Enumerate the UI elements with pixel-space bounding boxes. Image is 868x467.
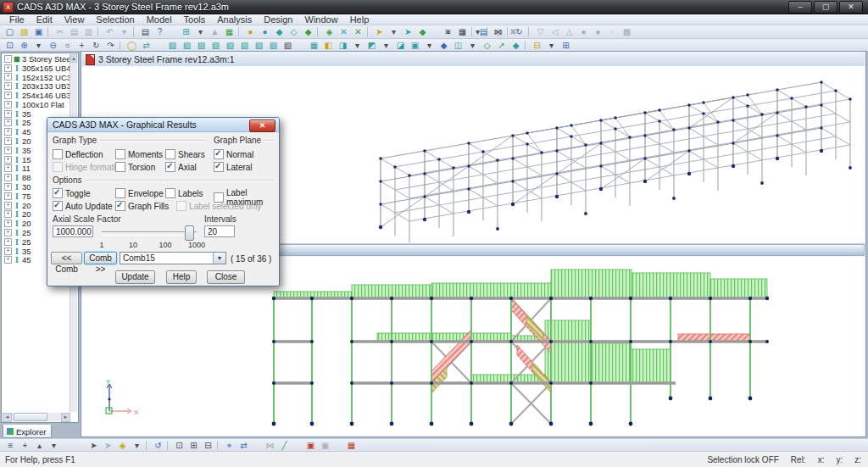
report-icon[interactable]: ▤ xyxy=(476,26,491,37)
render-solid-dropdown-icon[interactable]: ▾ xyxy=(379,40,393,51)
tree-add-icon[interactable]: + xyxy=(18,440,32,451)
render-x-icon[interactable]: ▣ xyxy=(408,40,422,51)
view-cube-bottom-icon[interactable]: ▧ xyxy=(237,40,252,51)
expand-icon[interactable]: + xyxy=(4,92,12,99)
view-cube-right-icon[interactable]: ▧ xyxy=(223,40,237,51)
plate-icon[interactable]: ◆ xyxy=(272,26,287,37)
menu-item[interactable]: Design xyxy=(258,14,298,25)
checkbox-deflection[interactable]: Deflection xyxy=(53,149,103,159)
expand-icon[interactable]: + xyxy=(4,64,12,72)
render-grid-icon[interactable]: ▦ xyxy=(307,40,321,51)
expand-icon[interactable]: + xyxy=(4,164,12,172)
analyse-icon[interactable]: ↻ xyxy=(512,26,526,37)
axial-scale-input[interactable]: 1000.000 xyxy=(53,225,93,237)
render-wire-icon[interactable]: ◨ xyxy=(336,40,350,51)
window-tile-dropdown-icon[interactable]: ▾ xyxy=(544,40,559,51)
menu-item[interactable]: Analysis xyxy=(211,14,258,25)
tree-item[interactable]: + I 100x10 Flat xyxy=(3,100,70,109)
select-pointer-icon[interactable]: ➤ xyxy=(86,440,101,451)
tag3-icon[interactable]: ◆ xyxy=(415,26,430,37)
expand-icon[interactable]: + xyxy=(4,174,12,181)
pan-icon[interactable]: + xyxy=(75,40,89,51)
new-icon[interactable]: ▢ xyxy=(3,26,17,37)
expand-icon[interactable]: + xyxy=(4,128,12,136)
expand-icon[interactable]: + xyxy=(4,192,12,200)
scroll-up-icon[interactable]: ▲ xyxy=(70,54,77,63)
menu-item[interactable]: Selection xyxy=(90,14,140,25)
show-axes-icon[interactable]: ↗ xyxy=(494,40,509,51)
slider-thumb[interactable] xyxy=(185,225,194,241)
help-button[interactable]: Help xyxy=(166,270,197,284)
expand-icon[interactable]: + xyxy=(4,238,12,246)
render-ghost-icon[interactable]: ◪ xyxy=(393,40,408,51)
menu-item[interactable]: File xyxy=(3,14,31,25)
generate-icon[interactable]: ▦ xyxy=(222,26,236,37)
view-cube-back-icon[interactable]: ▧ xyxy=(194,40,209,51)
dialog-title-bar[interactable]: CADS A3D MAX - Graphical Results xyxy=(47,118,279,132)
window-new-icon[interactable]: ⊞ xyxy=(559,40,573,51)
dialog-close-button[interactable]: ✕ xyxy=(249,120,275,132)
result6-icon[interactable]: ▫ xyxy=(605,26,620,37)
render-dropdown-icon[interactable]: ▾ xyxy=(350,40,364,51)
result3-icon[interactable]: △ xyxy=(562,26,576,37)
zoom-extents-icon[interactable]: ○ xyxy=(60,40,75,51)
expand-icon[interactable]: + xyxy=(4,202,12,209)
wind-icon[interactable]: ≋ xyxy=(441,26,455,37)
show-loads-icon[interactable]: ◆ xyxy=(437,40,451,51)
result4-icon[interactable]: ● xyxy=(576,26,591,37)
prism-icon[interactable]: ▲ xyxy=(208,26,222,37)
close-dialog-button[interactable]: Close xyxy=(207,270,245,284)
show-loads2-icon[interactable]: ◫ xyxy=(451,40,465,51)
intervals-input[interactable]: 20 xyxy=(204,225,235,237)
lock-off-icon[interactable]: ▣ xyxy=(318,440,332,451)
show-fills-icon[interactable]: ◆ xyxy=(509,40,523,51)
member-load-icon[interactable]: ◈ xyxy=(322,26,337,37)
checkbox-labels[interactable]: Labels xyxy=(165,188,203,198)
print-icon[interactable]: ▤ xyxy=(138,26,153,37)
view-cube-sw-icon[interactable]: ▧ xyxy=(266,40,281,51)
expand-icon[interactable]: + xyxy=(4,156,12,164)
matrix-icon[interactable]: ▦ xyxy=(455,26,470,37)
view-3-icon[interactable]: ⊟ xyxy=(201,440,215,451)
render-x-dropdown-icon[interactable]: ▾ xyxy=(422,40,437,51)
delete-member-icon[interactable]: ✕ xyxy=(337,26,351,37)
expand-icon[interactable]: + xyxy=(4,183,12,191)
select-add-icon[interactable]: ➤ xyxy=(101,440,115,451)
spring-icon[interactable]: ◆ xyxy=(301,26,315,37)
view-cube-front-icon[interactable]: ▧ xyxy=(180,40,194,51)
result5-icon[interactable]: ● xyxy=(591,26,605,37)
checkbox-label-selected-only[interactable]: Label selected only xyxy=(176,201,262,211)
show-loads-dropdown-icon[interactable]: ▾ xyxy=(465,40,480,51)
scroll-left-icon[interactable]: ◄ xyxy=(3,413,12,422)
tree-collapse-icon[interactable]: ▴ xyxy=(32,440,47,451)
menu-item[interactable]: Tools xyxy=(178,14,212,25)
explorer-tab[interactable]: Explorer xyxy=(3,425,52,438)
view-2-icon[interactable]: ⊞ xyxy=(186,440,201,451)
walk-icon[interactable]: ↷ xyxy=(103,40,118,51)
paste-icon[interactable]: ▥ xyxy=(81,26,96,37)
checkbox-normal[interactable]: Normal xyxy=(214,149,253,159)
save-icon[interactable]: ▣ xyxy=(31,26,46,37)
close-button[interactable]: ✕ xyxy=(839,1,863,14)
zoom-out-icon[interactable]: ⊖ xyxy=(46,40,60,51)
checkbox-auto-update[interactable]: Auto Update xyxy=(53,201,113,211)
expand-icon[interactable]: + xyxy=(4,137,12,145)
tag2-icon[interactable]: ➤ xyxy=(401,26,415,37)
expand-icon[interactable]: + xyxy=(4,101,12,108)
zoom-window-icon[interactable]: ⊡ xyxy=(3,40,17,51)
maximize-button[interactable]: ▢ xyxy=(814,1,837,14)
menu-item[interactable]: Model xyxy=(141,14,178,25)
history-icon[interactable]: ↺ xyxy=(151,440,165,451)
tree-expand-icon[interactable]: ▾ xyxy=(47,440,61,451)
comb-select[interactable]: Comb15 ▼ xyxy=(120,252,226,264)
tree-item[interactable]: + I 305x165 UB40 xyxy=(3,64,70,73)
measure-icon[interactable]: ╱ xyxy=(277,440,292,451)
lock-on-icon[interactable]: ▣ xyxy=(303,440,318,451)
collapse-icon[interactable]: - xyxy=(4,55,12,63)
comb-next-button[interactable]: Comb >> xyxy=(84,252,117,264)
delete-node-icon[interactable]: ✕ xyxy=(351,26,365,37)
expand-icon[interactable]: + xyxy=(4,247,12,255)
tree-item[interactable]: + I 254x146 UB31 xyxy=(3,91,70,100)
swap-view-icon[interactable]: ⇄ xyxy=(139,40,153,51)
flow-icon[interactable]: ⋈ xyxy=(491,26,505,37)
